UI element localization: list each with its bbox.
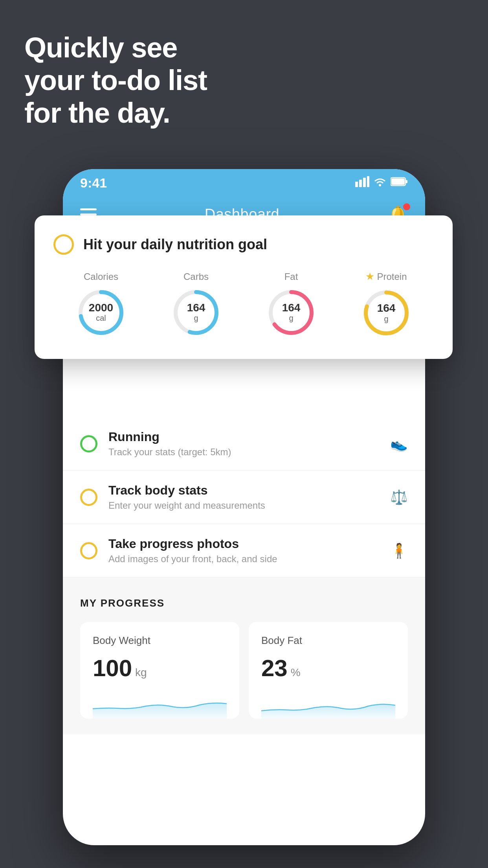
body-stats-content: Track body stats Enter your weight and m…	[108, 483, 390, 511]
calories-ring-item: Calories 2000 cal	[75, 271, 127, 338]
status-time: 9:41	[80, 175, 107, 191]
carbs-ring-item: Carbs 164 g	[171, 271, 222, 338]
list-item[interactable]: Running Track your stats (target: 5km) 👟	[63, 417, 425, 471]
body-fat-label: Body Fat	[261, 634, 395, 647]
photos-content: Take progress photos Add images of your …	[108, 537, 390, 565]
protein-label: ★ Protein	[365, 270, 407, 283]
fat-unit: g	[289, 314, 293, 322]
carbs-ring-text: 164 g	[187, 302, 205, 323]
running-title: Running	[108, 430, 390, 444]
body-weight-number: 100	[93, 655, 132, 682]
protein-ring: 164 g	[361, 287, 412, 338]
protein-ring-text: 164 g	[377, 302, 396, 324]
nutrition-rings: Calories 2000 cal Carbs	[53, 270, 434, 338]
body-stats-subtitle: Enter your weight and measurements	[108, 500, 390, 511]
running-content: Running Track your stats (target: 5km)	[108, 430, 390, 458]
fat-label: Fat	[284, 271, 298, 282]
calories-ring-text: 2000 cal	[89, 302, 113, 323]
calories-ring: 2000 cal	[75, 287, 127, 338]
fat-ring-item: Fat 164 g	[266, 271, 317, 338]
shoe-icon: 👟	[390, 436, 408, 452]
list-item[interactable]: Track body stats Enter your weight and m…	[63, 471, 425, 524]
body-fat-number: 23	[261, 655, 288, 682]
protein-value: 164	[377, 302, 396, 314]
nutrition-card-title: Hit your daily nutrition goal	[83, 236, 267, 253]
card-header: Hit your daily nutrition goal	[53, 234, 434, 255]
svg-rect-7	[391, 178, 405, 185]
todo-list: Running Track your stats (target: 5km) 👟…	[63, 417, 425, 577]
body-fat-value: 23 %	[261, 655, 395, 682]
carbs-unit: g	[194, 314, 198, 322]
star-icon: ★	[365, 270, 374, 283]
svg-point-4	[379, 184, 381, 186]
carbs-label: Carbs	[183, 271, 209, 282]
person-icon: 🧍	[390, 542, 408, 559]
fat-ring: 164 g	[266, 287, 317, 338]
body-weight-card: Body Weight 100 kg	[80, 622, 239, 719]
protein-ring-item: ★ Protein 164 g	[361, 270, 412, 338]
carbs-ring: 164 g	[171, 287, 222, 338]
battery-icon	[391, 177, 408, 189]
fat-value: 164	[282, 302, 301, 314]
wifi-icon	[373, 177, 387, 189]
headline-text: Quickly see your to-do list for the day.	[24, 31, 207, 129]
body-weight-value: 100 kg	[93, 655, 227, 682]
body-stats-radio[interactable]	[80, 489, 97, 506]
body-fat-unit: %	[291, 666, 301, 679]
progress-cards: Body Weight 100 kg	[80, 622, 408, 719]
svg-rect-6	[405, 180, 407, 183]
carbs-value: 164	[187, 302, 205, 314]
running-subtitle: Track your stats (target: 5km)	[108, 447, 390, 458]
nutrition-goal-card[interactable]: Hit your daily nutrition goal Calories 2…	[35, 215, 453, 359]
protein-unit: g	[384, 314, 388, 323]
photos-title: Take progress photos	[108, 537, 390, 551]
calories-label: Calories	[84, 271, 118, 282]
body-weight-chart	[93, 691, 227, 719]
svg-rect-3	[367, 176, 369, 187]
body-stats-title: Track body stats	[108, 483, 390, 498]
nutrition-radio[interactable]	[53, 234, 74, 255]
svg-rect-2	[363, 178, 366, 187]
body-weight-unit: kg	[135, 666, 147, 679]
calories-value: 2000	[89, 302, 113, 314]
status-bar: 9:41	[63, 169, 425, 197]
notification-dot	[403, 203, 410, 210]
list-item[interactable]: Take progress photos Add images of your …	[63, 524, 425, 577]
running-radio[interactable]	[80, 435, 97, 452]
body-weight-label: Body Weight	[93, 634, 227, 647]
fat-ring-text: 164 g	[282, 302, 301, 323]
body-fat-chart	[261, 691, 395, 719]
body-fat-card: Body Fat 23 %	[249, 622, 408, 719]
progress-section-title: MY PROGRESS	[80, 597, 165, 609]
calories-unit: cal	[96, 314, 106, 322]
photos-subtitle: Add images of your front, back, and side	[108, 554, 390, 565]
status-icons	[355, 176, 408, 190]
scale-icon: ⚖️	[390, 489, 408, 506]
svg-rect-1	[359, 180, 362, 187]
signal-icon	[355, 176, 369, 190]
progress-section: MY PROGRESS Body Weight 100 kg	[63, 577, 425, 734]
photos-radio[interactable]	[80, 542, 97, 559]
svg-rect-0	[355, 182, 358, 187]
